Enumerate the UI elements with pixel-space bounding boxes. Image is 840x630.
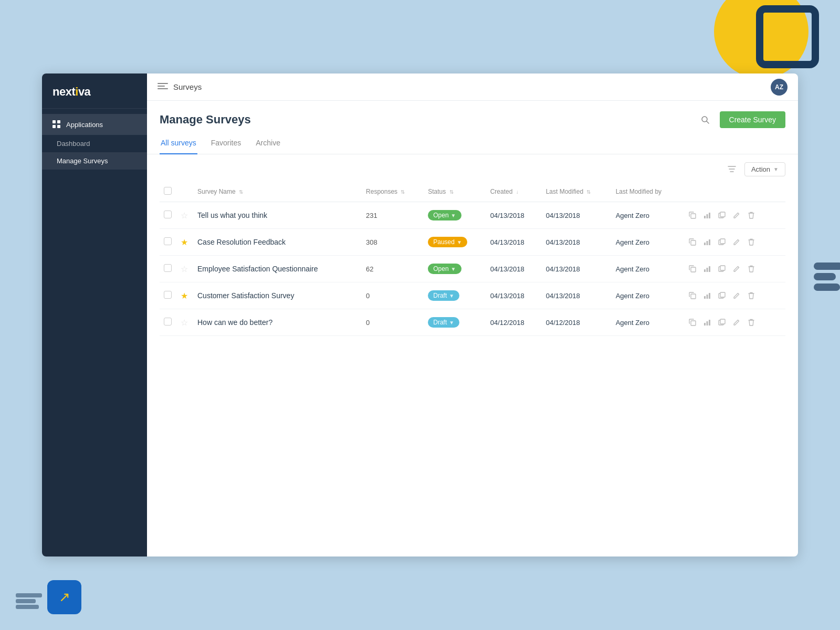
row-checkbox-4[interactable] xyxy=(164,318,172,326)
copy-icon[interactable] xyxy=(687,209,698,221)
row-survey-name: Tell us what you think xyxy=(193,202,362,229)
row-checkbox-cell xyxy=(160,282,176,309)
svg-rect-28 xyxy=(720,292,725,297)
star-icon-1[interactable]: ★ xyxy=(181,238,188,247)
delete-icon[interactable] xyxy=(746,263,757,275)
row-action-icons xyxy=(682,309,785,336)
delete-icon[interactable] xyxy=(746,236,757,248)
row-actions xyxy=(687,236,781,248)
copy-icon[interactable] xyxy=(687,236,698,248)
bottom-left-decoration xyxy=(16,593,42,609)
row-action-icons xyxy=(682,202,785,229)
status-badge[interactable]: Draft ▼ xyxy=(428,290,459,301)
row-actions xyxy=(687,263,781,275)
sidebar-item-manage-surveys[interactable]: Manage Surveys xyxy=(42,152,147,170)
status-caret-icon: ▼ xyxy=(449,320,454,326)
chart-icon[interactable] xyxy=(701,317,713,328)
status-badge[interactable]: Open ▼ xyxy=(428,264,461,274)
svg-rect-31 xyxy=(706,321,708,326)
survey-name-text: Case Resolution Feedback xyxy=(197,238,286,246)
star-icon-4[interactable]: ☆ xyxy=(181,318,188,327)
th-status[interactable]: Status ⇅ xyxy=(424,182,486,202)
delete-icon[interactable] xyxy=(746,317,757,328)
row-status: Draft ▼ xyxy=(424,282,486,309)
tab-favorites[interactable]: Favorites xyxy=(210,134,243,154)
svg-rect-24 xyxy=(704,296,706,299)
edit-icon[interactable] xyxy=(731,263,742,275)
tab-archive[interactable]: Archive xyxy=(255,134,281,154)
table-row: ★ Customer Satisfaction Survey 0 Draft ▼… xyxy=(160,282,785,309)
row-modified-by: Agent Zero xyxy=(612,256,682,282)
chart-icon[interactable] xyxy=(701,290,713,301)
row-checkbox-2[interactable] xyxy=(164,264,172,272)
star-icon-3[interactable]: ★ xyxy=(181,291,188,300)
chart-icon[interactable] xyxy=(701,263,713,275)
sidebar-item-dashboard[interactable]: Dashboard xyxy=(42,135,147,152)
svg-rect-13 xyxy=(706,241,708,245)
create-survey-button[interactable]: Create Survey xyxy=(720,111,785,128)
copy-icon[interactable] xyxy=(687,290,698,301)
topbar-title: Surveys xyxy=(173,82,771,91)
duplicate-icon[interactable] xyxy=(716,317,728,328)
th-responses[interactable]: Responses ⇅ xyxy=(362,182,424,202)
page-header: Manage Surveys Create Survey xyxy=(147,101,798,128)
delete-icon[interactable] xyxy=(746,209,757,221)
duplicate-icon[interactable] xyxy=(716,236,728,248)
svg-line-1 xyxy=(707,121,709,123)
copy-icon[interactable] xyxy=(687,263,698,275)
tab-all-surveys[interactable]: All surveys xyxy=(160,134,197,154)
copy-icon[interactable] xyxy=(687,317,698,328)
status-badge[interactable]: Paused ▼ xyxy=(428,237,467,247)
row-action-icons xyxy=(682,256,785,282)
star-icon-2[interactable]: ☆ xyxy=(181,265,188,274)
sidebar-item-applications[interactable]: Applications xyxy=(42,114,147,135)
th-created[interactable]: Created ↓ xyxy=(486,182,542,202)
svg-rect-16 xyxy=(720,239,725,244)
filter-icon[interactable] xyxy=(724,162,739,176)
survey-name-text: Tell us what you think xyxy=(197,211,267,219)
svg-rect-11 xyxy=(691,240,696,245)
row-actions xyxy=(687,317,781,328)
duplicate-icon[interactable] xyxy=(716,209,728,221)
chart-icon[interactable] xyxy=(701,209,713,221)
top-bar: Surveys AZ xyxy=(147,74,798,101)
row-checkbox-cell xyxy=(160,309,176,336)
grid-icon xyxy=(52,120,61,129)
sort-created-icon: ↓ xyxy=(516,189,519,195)
row-modified-by: Agent Zero xyxy=(612,282,682,309)
status-badge[interactable]: Open ▼ xyxy=(428,210,461,220)
search-button[interactable] xyxy=(697,111,713,128)
wave-1 xyxy=(814,262,840,270)
row-checkbox-0[interactable] xyxy=(164,211,172,218)
duplicate-icon[interactable] xyxy=(716,290,728,301)
row-status: Paused ▼ xyxy=(424,229,486,256)
th-last-modified[interactable]: Last Modified ⇅ xyxy=(542,182,612,202)
row-status: Open ▼ xyxy=(424,202,486,229)
edit-icon[interactable] xyxy=(731,317,742,328)
duplicate-icon[interactable] xyxy=(716,263,728,275)
row-responses: 308 xyxy=(362,229,424,256)
svg-rect-23 xyxy=(691,294,696,299)
row-modified-by: Agent Zero xyxy=(612,309,682,336)
row-checkbox-3[interactable] xyxy=(164,291,172,299)
row-action-icons xyxy=(682,229,785,256)
th-status-label: Status xyxy=(428,188,446,195)
edit-icon[interactable] xyxy=(731,236,742,248)
status-badge[interactable]: Draft ▼ xyxy=(428,317,459,328)
th-checkbox xyxy=(160,182,176,202)
bg-rect-decoration xyxy=(756,5,819,68)
action-dropdown[interactable]: Action ▼ xyxy=(744,162,785,176)
select-all-checkbox[interactable] xyxy=(164,187,172,195)
delete-icon[interactable] xyxy=(746,290,757,301)
row-checkbox-1[interactable] xyxy=(164,237,172,245)
main-content: Surveys AZ Manage Surveys Create Survey … xyxy=(147,74,798,556)
edit-icon[interactable] xyxy=(731,290,742,301)
th-last-modified-label: Last Modified xyxy=(546,188,583,195)
star-icon-0[interactable]: ☆ xyxy=(181,211,188,220)
wave-2 xyxy=(814,273,836,280)
chart-icon[interactable] xyxy=(701,236,713,248)
svg-rect-6 xyxy=(704,216,706,218)
edit-icon[interactable] xyxy=(731,209,742,221)
th-survey-name[interactable]: Survey Name ⇅ xyxy=(193,182,362,202)
th-last-modified-by: Last Modified by xyxy=(612,182,682,202)
